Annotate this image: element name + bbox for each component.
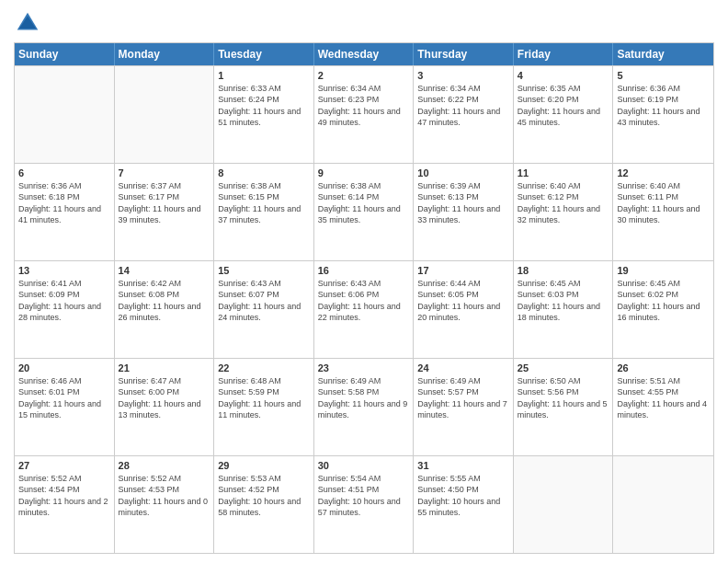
cell-date: 26 bbox=[617, 362, 710, 374]
calendar-cell: 18Sunrise: 6:45 AM Sunset: 6:03 PM Dayli… bbox=[514, 261, 614, 358]
cell-date: 24 bbox=[417, 362, 509, 374]
cell-date: 6 bbox=[18, 167, 110, 179]
day-header-sunday: Sunday bbox=[15, 43, 115, 65]
cell-info: Sunrise: 6:48 AM Sunset: 5:59 PM Dayligh… bbox=[218, 375, 310, 420]
cell-date: 2 bbox=[318, 69, 410, 82]
cell-info: Sunrise: 6:43 AM Sunset: 6:06 PM Dayligh… bbox=[318, 278, 410, 323]
cell-date: 16 bbox=[318, 264, 410, 277]
cell-date: 14 bbox=[119, 264, 210, 277]
cell-date: 15 bbox=[218, 264, 310, 277]
day-header-monday: Monday bbox=[115, 43, 215, 65]
calendar: SundayMondayTuesdayWednesdayThursdayFrid… bbox=[14, 42, 714, 554]
cell-info: Sunrise: 6:33 AM Sunset: 6:24 PM Dayligh… bbox=[218, 83, 310, 128]
day-header-thursday: Thursday bbox=[414, 43, 514, 65]
cell-date: 21 bbox=[119, 362, 210, 374]
cell-date: 11 bbox=[518, 167, 609, 179]
calendar-cell bbox=[514, 456, 614, 553]
calendar-cell: 10Sunrise: 6:39 AM Sunset: 6:13 PM Dayli… bbox=[414, 164, 514, 260]
logo-icon bbox=[14, 9, 41, 37]
cell-info: Sunrise: 6:38 AM Sunset: 6:15 PM Dayligh… bbox=[218, 180, 310, 225]
calendar-row-4: 20Sunrise: 6:46 AM Sunset: 6:01 PM Dayli… bbox=[15, 358, 713, 455]
cell-date: 18 bbox=[518, 264, 609, 277]
cell-info: Sunrise: 6:47 AM Sunset: 6:00 PM Dayligh… bbox=[119, 375, 210, 420]
cell-info: Sunrise: 6:46 AM Sunset: 6:01 PM Dayligh… bbox=[18, 375, 110, 420]
calendar-cell: 12Sunrise: 6:40 AM Sunset: 6:11 PM Dayli… bbox=[613, 164, 713, 260]
calendar-cell: 30Sunrise: 5:54 AM Sunset: 4:51 PM Dayli… bbox=[314, 456, 415, 553]
calendar-cell: 20Sunrise: 6:46 AM Sunset: 6:01 PM Dayli… bbox=[15, 359, 115, 455]
cell-info: Sunrise: 6:41 AM Sunset: 6:09 PM Dayligh… bbox=[18, 278, 110, 323]
cell-date: 9 bbox=[318, 167, 410, 179]
cell-date: 30 bbox=[318, 459, 410, 472]
calendar-cell: 2Sunrise: 6:34 AM Sunset: 6:23 PM Daylig… bbox=[314, 66, 415, 163]
cell-date: 17 bbox=[417, 264, 509, 277]
cell-date: 28 bbox=[119, 459, 210, 472]
cell-info: Sunrise: 5:53 AM Sunset: 4:52 PM Dayligh… bbox=[218, 473, 310, 518]
cell-info: Sunrise: 6:40 AM Sunset: 6:11 PM Dayligh… bbox=[617, 180, 710, 225]
day-header-wednesday: Wednesday bbox=[314, 43, 415, 65]
calendar-cell: 23Sunrise: 6:49 AM Sunset: 5:58 PM Dayli… bbox=[314, 359, 415, 455]
cell-info: Sunrise: 6:50 AM Sunset: 5:56 PM Dayligh… bbox=[518, 375, 609, 420]
calendar-cell: 26Sunrise: 5:51 AM Sunset: 4:55 PM Dayli… bbox=[613, 359, 713, 455]
cell-info: Sunrise: 6:38 AM Sunset: 6:14 PM Dayligh… bbox=[318, 180, 410, 225]
day-header-saturday: Saturday bbox=[613, 43, 713, 65]
calendar-cell: 25Sunrise: 6:50 AM Sunset: 5:56 PM Dayli… bbox=[514, 359, 614, 455]
cell-date: 31 bbox=[417, 459, 509, 472]
cell-info: Sunrise: 6:42 AM Sunset: 6:08 PM Dayligh… bbox=[119, 278, 210, 323]
day-header-tuesday: Tuesday bbox=[214, 43, 314, 65]
calendar-cell: 14Sunrise: 6:42 AM Sunset: 6:08 PM Dayli… bbox=[115, 261, 215, 358]
calendar-cell: 5Sunrise: 6:36 AM Sunset: 6:19 PM Daylig… bbox=[613, 66, 713, 163]
cell-date: 12 bbox=[617, 167, 710, 179]
calendar-row-1: 1Sunrise: 6:33 AM Sunset: 6:24 PM Daylig… bbox=[15, 65, 713, 163]
cell-info: Sunrise: 5:55 AM Sunset: 4:50 PM Dayligh… bbox=[417, 473, 509, 518]
calendar-header: SundayMondayTuesdayWednesdayThursdayFrid… bbox=[15, 43, 713, 65]
calendar-cell bbox=[115, 66, 215, 163]
cell-info: Sunrise: 6:45 AM Sunset: 6:02 PM Dayligh… bbox=[617, 278, 710, 323]
cell-date: 25 bbox=[518, 362, 609, 374]
calendar-cell: 27Sunrise: 5:52 AM Sunset: 4:54 PM Dayli… bbox=[15, 456, 115, 553]
cell-info: Sunrise: 6:44 AM Sunset: 6:05 PM Dayligh… bbox=[417, 278, 509, 323]
logo bbox=[14, 9, 45, 37]
day-header-friday: Friday bbox=[514, 43, 614, 65]
calendar-cell bbox=[15, 66, 115, 163]
cell-info: Sunrise: 5:54 AM Sunset: 4:51 PM Dayligh… bbox=[318, 473, 410, 518]
calendar-cell: 19Sunrise: 6:45 AM Sunset: 6:02 PM Dayli… bbox=[613, 261, 713, 358]
cell-date: 13 bbox=[18, 264, 110, 277]
calendar-cell: 31Sunrise: 5:55 AM Sunset: 4:50 PM Dayli… bbox=[414, 456, 514, 553]
cell-info: Sunrise: 5:52 AM Sunset: 4:53 PM Dayligh… bbox=[119, 473, 210, 518]
calendar-cell: 15Sunrise: 6:43 AM Sunset: 6:07 PM Dayli… bbox=[214, 261, 314, 358]
calendar-body: 1Sunrise: 6:33 AM Sunset: 6:24 PM Daylig… bbox=[15, 65, 713, 553]
calendar-cell: 7Sunrise: 6:37 AM Sunset: 6:17 PM Daylig… bbox=[115, 164, 215, 260]
cell-date: 3 bbox=[417, 69, 509, 82]
cell-date: 1 bbox=[218, 69, 310, 82]
calendar-cell: 24Sunrise: 6:49 AM Sunset: 5:57 PM Dayli… bbox=[414, 359, 514, 455]
calendar-cell: 13Sunrise: 6:41 AM Sunset: 6:09 PM Dayli… bbox=[15, 261, 115, 358]
cell-date: 23 bbox=[318, 362, 410, 374]
calendar-row-5: 27Sunrise: 5:52 AM Sunset: 4:54 PM Dayli… bbox=[15, 455, 713, 553]
cell-info: Sunrise: 6:34 AM Sunset: 6:22 PM Dayligh… bbox=[417, 83, 509, 128]
cell-date: 27 bbox=[18, 459, 110, 472]
cell-info: Sunrise: 6:43 AM Sunset: 6:07 PM Dayligh… bbox=[218, 278, 310, 323]
calendar-cell: 21Sunrise: 6:47 AM Sunset: 6:00 PM Dayli… bbox=[115, 359, 215, 455]
calendar-cell: 28Sunrise: 5:52 AM Sunset: 4:53 PM Dayli… bbox=[115, 456, 215, 553]
cell-info: Sunrise: 6:49 AM Sunset: 5:57 PM Dayligh… bbox=[417, 375, 509, 420]
calendar-row-2: 6Sunrise: 6:36 AM Sunset: 6:18 PM Daylig… bbox=[15, 163, 713, 260]
calendar-cell: 1Sunrise: 6:33 AM Sunset: 6:24 PM Daylig… bbox=[214, 66, 314, 163]
cell-date: 29 bbox=[218, 459, 310, 472]
calendar-cell: 16Sunrise: 6:43 AM Sunset: 6:06 PM Dayli… bbox=[314, 261, 415, 358]
page: SundayMondayTuesdayWednesdayThursdayFrid… bbox=[0, 0, 728, 563]
cell-date: 22 bbox=[218, 362, 310, 374]
cell-info: Sunrise: 5:51 AM Sunset: 4:55 PM Dayligh… bbox=[617, 375, 710, 420]
cell-info: Sunrise: 6:35 AM Sunset: 6:20 PM Dayligh… bbox=[518, 83, 609, 128]
cell-date: 8 bbox=[218, 167, 310, 179]
cell-info: Sunrise: 6:34 AM Sunset: 6:23 PM Dayligh… bbox=[318, 83, 410, 128]
cell-info: Sunrise: 6:39 AM Sunset: 6:13 PM Dayligh… bbox=[417, 180, 509, 225]
cell-info: Sunrise: 6:36 AM Sunset: 6:18 PM Dayligh… bbox=[18, 180, 110, 225]
calendar-cell bbox=[613, 456, 713, 553]
cell-date: 4 bbox=[518, 69, 609, 82]
calendar-cell: 29Sunrise: 5:53 AM Sunset: 4:52 PM Dayli… bbox=[214, 456, 314, 553]
cell-date: 7 bbox=[119, 167, 210, 179]
cell-info: Sunrise: 6:45 AM Sunset: 6:03 PM Dayligh… bbox=[518, 278, 609, 323]
cell-info: Sunrise: 6:36 AM Sunset: 6:19 PM Dayligh… bbox=[617, 83, 710, 128]
calendar-cell: 17Sunrise: 6:44 AM Sunset: 6:05 PM Dayli… bbox=[414, 261, 514, 358]
cell-info: Sunrise: 6:40 AM Sunset: 6:12 PM Dayligh… bbox=[518, 180, 609, 225]
